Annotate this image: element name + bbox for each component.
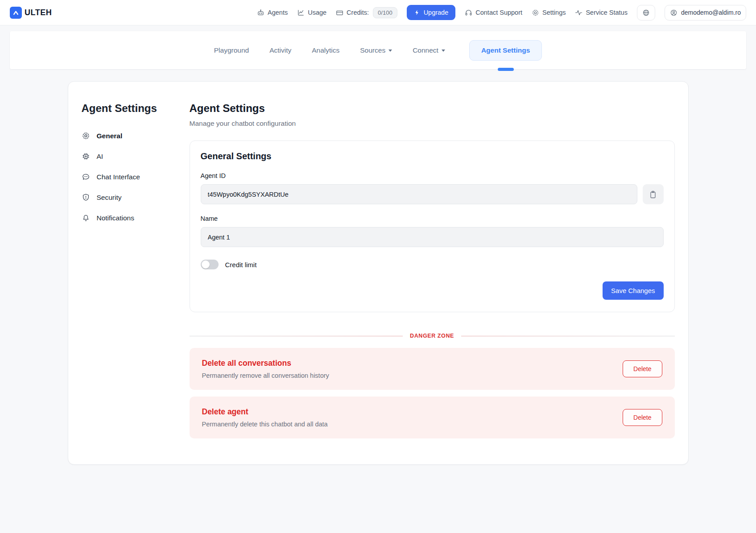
credit-limit-toggle[interactable] — [201, 260, 219, 269]
delete-agent-description: Permanently delete this chatbot and all … — [202, 421, 328, 428]
settings-content: Agent Settings Manage your chatbot confi… — [190, 102, 675, 438]
lightning-bolt-icon — [414, 9, 420, 16]
active-tab-indicator — [498, 68, 514, 71]
delete-agent-button[interactable]: Delete — [623, 409, 662, 426]
ulteh-logo-icon — [10, 7, 22, 19]
top-nav-menu: Agents Usage Credits: 0/100 Upgrade Cont… — [257, 5, 746, 21]
globe-icon — [642, 9, 650, 17]
sidebar-item-label: AI — [97, 153, 103, 161]
credits-badge: 0/100 — [373, 7, 397, 18]
delete-conversations-button[interactable]: Delete — [623, 360, 662, 377]
tab-activity[interactable]: Activity — [269, 46, 291, 54]
agent-id-label: Agent ID — [201, 172, 664, 179]
tab-connect-label: Connect — [413, 46, 438, 54]
save-changes-button[interactable]: Save Changes — [603, 281, 663, 300]
tab-analytics[interactable]: Analytics — [312, 46, 339, 54]
tab-connect[interactable]: Connect — [413, 46, 445, 54]
divider-line — [461, 336, 675, 336]
brand-name: ULTEH — [25, 8, 52, 17]
nav-usage-label: Usage — [308, 9, 326, 16]
chat-bubble-icon — [82, 173, 90, 181]
sidebar-item-security[interactable]: Security — [82, 193, 170, 202]
credit-card-icon — [336, 9, 343, 17]
agent-settings-card: Agent Settings General AI Chat Interface… — [68, 81, 689, 465]
chip-icon — [82, 152, 90, 161]
general-settings-card: General Settings Agent ID Name Credit li… — [190, 140, 675, 312]
name-label: Name — [201, 215, 664, 222]
delete-conversations-title: Delete all conversations — [202, 359, 329, 368]
shield-icon — [82, 193, 90, 202]
nav-service-status-label: Service Status — [586, 9, 628, 16]
sidebar-title: Agent Settings — [82, 102, 170, 115]
save-row: Save Changes — [201, 281, 664, 300]
copy-agent-id-button[interactable] — [643, 184, 664, 204]
language-button[interactable] — [637, 5, 655, 21]
sidebar-item-label: General — [97, 132, 123, 140]
top-navbar: ULTEH Agents Usage Credits: 0/100 Upgrad… — [0, 0, 756, 25]
nav-settings[interactable]: Settings — [532, 9, 566, 17]
sidebar-item-label: Chat Interface — [97, 173, 140, 181]
settings-sidebar: Agent Settings General AI Chat Interface… — [82, 102, 170, 438]
bell-icon — [82, 214, 90, 222]
subnav-wrapper: Playground Activity Analytics Sources Co… — [0, 25, 756, 69]
sidebar-item-label: Security — [97, 194, 122, 202]
gear-icon — [82, 132, 90, 140]
sidebar-item-chat-interface[interactable]: Chat Interface — [82, 173, 170, 181]
nav-agents[interactable]: Agents — [257, 9, 288, 17]
delete-agent-title: Delete agent — [202, 407, 328, 417]
nav-settings-label: Settings — [542, 9, 566, 16]
nav-usage[interactable]: Usage — [297, 9, 326, 17]
nav-contact-support[interactable]: Contact Support — [465, 9, 522, 17]
tab-agent-settings-label: Agent Settings — [481, 46, 530, 54]
nav-contact-support-label: Contact Support — [475, 9, 522, 16]
delete-agent-text: Delete agent Permanently delete this cha… — [202, 407, 328, 428]
divider-line — [190, 336, 403, 336]
account-button[interactable]: demodemo@aldim.ro — [665, 5, 746, 21]
chart-line-icon — [297, 9, 305, 17]
agent-id-row — [201, 184, 664, 204]
nav-credits[interactable]: Credits: 0/100 — [336, 7, 397, 18]
nav-agents-label: Agents — [268, 9, 288, 16]
nav-credits-label: Credits: — [347, 9, 369, 16]
user-icon — [670, 9, 678, 17]
gear-icon — [532, 9, 539, 17]
chevron-down-icon — [442, 50, 445, 52]
agent-name-input[interactable] — [201, 227, 664, 247]
robot-icon — [257, 9, 264, 17]
tab-sources[interactable]: Sources — [360, 46, 392, 54]
nav-service-status[interactable]: Service Status — [575, 9, 628, 17]
credit-limit-label: Credit limit — [225, 261, 257, 269]
tab-agent-settings[interactable]: Agent Settings — [469, 40, 542, 61]
upgrade-label: Upgrade — [424, 9, 449, 16]
general-settings-title: General Settings — [201, 151, 664, 161]
delete-conversations-text: Delete all conversations Permanently rem… — [202, 359, 329, 379]
credit-limit-row: Credit limit — [201, 260, 664, 269]
delete-conversations-description: Permanently remove all conversation hist… — [202, 372, 329, 379]
headphones-icon — [465, 9, 472, 17]
page-subtitle: Manage your chatbot configuration — [190, 120, 675, 128]
sidebar-item-general[interactable]: General — [82, 132, 170, 140]
agent-tab-bar: Playground Activity Analytics Sources Co… — [10, 31, 746, 69]
brand-logo[interactable]: ULTEH — [10, 7, 52, 19]
delete-agent-card: Delete agent Permanently delete this cha… — [190, 397, 675, 438]
upgrade-button[interactable]: Upgrade — [407, 5, 456, 20]
danger-zone-heading: DANGER ZONE — [410, 333, 454, 339]
agent-id-input[interactable] — [201, 184, 637, 204]
tab-sources-label: Sources — [360, 46, 385, 54]
sidebar-item-notifications[interactable]: Notifications — [82, 214, 170, 222]
name-field-block: Name — [201, 215, 664, 247]
page-title: Agent Settings — [190, 102, 675, 115]
clipboard-icon — [649, 190, 657, 199]
account-email: demodemo@aldim.ro — [681, 9, 741, 16]
delete-conversations-card: Delete all conversations Permanently rem… — [190, 348, 675, 390]
chevron-down-icon — [388, 50, 392, 52]
toggle-knob — [202, 260, 210, 269]
sidebar-item-label: Notifications — [97, 214, 134, 222]
danger-zone-divider: DANGER ZONE — [190, 333, 675, 339]
tab-playground[interactable]: Playground — [214, 46, 249, 54]
sidebar-item-ai[interactable]: AI — [82, 152, 170, 161]
pulse-icon — [575, 9, 582, 17]
